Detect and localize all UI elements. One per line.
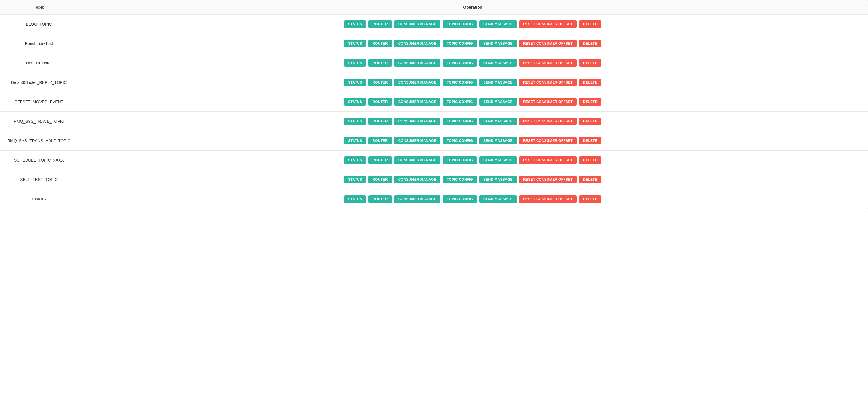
topic-config-button[interactable]: TOPIC CONFIG xyxy=(443,40,477,47)
topics-table-container: Topic Operation BLOG_TOPICSTATUSROUTERCO… xyxy=(0,0,868,209)
reset-consumer-offset-button[interactable]: RESET CONSUMER OFFSET xyxy=(519,157,577,164)
operation-cell: STATUSROUTERCONSUMER MANAGETOPIC CONFIGS… xyxy=(78,150,868,170)
topic-config-button[interactable]: TOPIC CONFIG xyxy=(443,195,477,203)
operation-cell: STATUSROUTERCONSUMER MANAGETOPIC CONFIGS… xyxy=(78,170,868,190)
button-group: STATUSROUTERCONSUMER MANAGETOPIC CONFIGS… xyxy=(85,137,861,144)
topic-name: BLOG_TOPIC xyxy=(0,14,78,34)
router-button[interactable]: ROUTER xyxy=(368,195,392,203)
send-massage-button[interactable]: SEND MASSAGE xyxy=(479,157,517,164)
topics-table: Topic Operation BLOG_TOPICSTATUSROUTERCO… xyxy=(0,0,868,209)
consumer-manage-button[interactable]: CONSUMER MANAGE xyxy=(394,79,440,86)
topic-config-button[interactable]: TOPIC CONFIG xyxy=(443,98,477,106)
status-button[interactable]: STATUS xyxy=(344,176,366,183)
consumer-manage-button[interactable]: CONSUMER MANAGE xyxy=(394,195,440,203)
operation-cell: STATUSROUTERCONSUMER MANAGETOPIC CONFIGS… xyxy=(78,190,868,209)
send-massage-button[interactable]: SEND MASSAGE xyxy=(479,176,517,183)
operation-cell: STATUSROUTERCONSUMER MANAGETOPIC CONFIGS… xyxy=(78,73,868,92)
status-button[interactable]: STATUS xyxy=(344,79,366,86)
topic-config-button[interactable]: TOPIC CONFIG xyxy=(443,137,477,144)
topic-config-button[interactable]: TOPIC CONFIG xyxy=(443,176,477,183)
delete-button[interactable]: DELETE xyxy=(579,40,601,47)
router-button[interactable]: ROUTER xyxy=(368,20,392,28)
delete-button[interactable]: DELETE xyxy=(579,59,601,67)
router-button[interactable]: ROUTER xyxy=(368,157,392,164)
send-massage-button[interactable]: SEND MASSAGE xyxy=(479,98,517,106)
router-button[interactable]: ROUTER xyxy=(368,117,392,125)
button-group: STATUSROUTERCONSUMER MANAGETOPIC CONFIGS… xyxy=(85,98,861,106)
button-group: STATUSROUTERCONSUMER MANAGETOPIC CONFIGS… xyxy=(85,195,861,203)
consumer-manage-button[interactable]: CONSUMER MANAGE xyxy=(394,40,440,47)
send-massage-button[interactable]: SEND MASSAGE xyxy=(479,59,517,67)
delete-button[interactable]: DELETE xyxy=(579,117,601,125)
router-button[interactable]: ROUTER xyxy=(368,98,392,106)
operation-cell: STATUSROUTERCONSUMER MANAGETOPIC CONFIGS… xyxy=(78,54,868,73)
topic-name: BenchmarkTest xyxy=(0,34,78,54)
status-button[interactable]: STATUS xyxy=(344,157,366,164)
operation-cell: STATUSROUTERCONSUMER MANAGETOPIC CONFIGS… xyxy=(78,14,868,34)
consumer-manage-button[interactable]: CONSUMER MANAGE xyxy=(394,20,440,28)
status-button[interactable]: STATUS xyxy=(344,20,366,28)
delete-button[interactable]: DELETE xyxy=(579,157,601,164)
router-button[interactable]: ROUTER xyxy=(368,137,392,144)
send-massage-button[interactable]: SEND MASSAGE xyxy=(479,137,517,144)
operation-cell: STATUSROUTERCONSUMER MANAGETOPIC CONFIGS… xyxy=(78,92,868,112)
topic-name: TBW102 xyxy=(0,190,78,209)
reset-consumer-offset-button[interactable]: RESET CONSUMER OFFSET xyxy=(519,195,577,203)
delete-button[interactable]: DELETE xyxy=(579,79,601,86)
send-massage-button[interactable]: SEND MASSAGE xyxy=(479,195,517,203)
topic-name: SELF_TEST_TOPIC xyxy=(0,170,78,190)
topic-config-button[interactable]: TOPIC CONFIG xyxy=(443,79,477,86)
topic-name: SCHEDULE_TOPIC_XXXX xyxy=(0,150,78,170)
table-row: SCHEDULE_TOPIC_XXXXSTATUSROUTERCONSUMER … xyxy=(0,150,868,170)
router-button[interactable]: ROUTER xyxy=(368,40,392,47)
reset-consumer-offset-button[interactable]: RESET CONSUMER OFFSET xyxy=(519,176,577,183)
topic-config-button[interactable]: TOPIC CONFIG xyxy=(443,157,477,164)
delete-button[interactable]: DELETE xyxy=(579,20,601,28)
router-button[interactable]: ROUTER xyxy=(368,79,392,86)
reset-consumer-offset-button[interactable]: RESET CONSUMER OFFSET xyxy=(519,79,577,86)
button-group: STATUSROUTERCONSUMER MANAGETOPIC CONFIGS… xyxy=(85,20,861,28)
consumer-manage-button[interactable]: CONSUMER MANAGE xyxy=(394,117,440,125)
send-massage-button[interactable]: SEND MASSAGE xyxy=(479,79,517,86)
button-group: STATUSROUTERCONSUMER MANAGETOPIC CONFIGS… xyxy=(85,79,861,86)
router-button[interactable]: ROUTER xyxy=(368,176,392,183)
consumer-manage-button[interactable]: CONSUMER MANAGE xyxy=(394,157,440,164)
status-button[interactable]: STATUS xyxy=(344,117,366,125)
reset-consumer-offset-button[interactable]: RESET CONSUMER OFFSET xyxy=(519,98,577,106)
status-button[interactable]: STATUS xyxy=(344,40,366,47)
status-button[interactable]: STATUS xyxy=(344,195,366,203)
consumer-manage-button[interactable]: CONSUMER MANAGE xyxy=(394,59,440,67)
router-button[interactable]: ROUTER xyxy=(368,59,392,67)
reset-consumer-offset-button[interactable]: RESET CONSUMER OFFSET xyxy=(519,137,577,144)
button-group: STATUSROUTERCONSUMER MANAGETOPIC CONFIGS… xyxy=(85,176,861,183)
topic-column-header: Topic xyxy=(0,0,78,14)
topic-config-button[interactable]: TOPIC CONFIG xyxy=(443,20,477,28)
status-button[interactable]: STATUS xyxy=(344,98,366,106)
table-row: DefaultCluster_REPLY_TOPICSTATUSROUTERCO… xyxy=(0,73,868,92)
delete-button[interactable]: DELETE xyxy=(579,195,601,203)
status-button[interactable]: STATUS xyxy=(344,59,366,67)
reset-consumer-offset-button[interactable]: RESET CONSUMER OFFSET xyxy=(519,20,577,28)
topic-config-button[interactable]: TOPIC CONFIG xyxy=(443,117,477,125)
consumer-manage-button[interactable]: CONSUMER MANAGE xyxy=(394,137,440,144)
consumer-manage-button[interactable]: CONSUMER MANAGE xyxy=(394,176,440,183)
send-massage-button[interactable]: SEND MASSAGE xyxy=(479,20,517,28)
reset-consumer-offset-button[interactable]: RESET CONSUMER OFFSET xyxy=(519,59,577,67)
table-row: SELF_TEST_TOPICSTATUSROUTERCONSUMER MANA… xyxy=(0,170,868,190)
status-button[interactable]: STATUS xyxy=(344,137,366,144)
reset-consumer-offset-button[interactable]: RESET CONSUMER OFFSET xyxy=(519,117,577,125)
delete-button[interactable]: DELETE xyxy=(579,98,601,106)
send-massage-button[interactable]: SEND MASSAGE xyxy=(479,117,517,125)
operation-cell: STATUSROUTERCONSUMER MANAGETOPIC CONFIGS… xyxy=(78,131,868,150)
delete-button[interactable]: DELETE xyxy=(579,137,601,144)
table-header-row: Topic Operation xyxy=(0,0,868,14)
reset-consumer-offset-button[interactable]: RESET CONSUMER OFFSET xyxy=(519,40,577,47)
delete-button[interactable]: DELETE xyxy=(579,176,601,183)
consumer-manage-button[interactable]: CONSUMER MANAGE xyxy=(394,98,440,106)
operation-cell: STATUSROUTERCONSUMER MANAGETOPIC CONFIGS… xyxy=(78,34,868,54)
send-massage-button[interactable]: SEND MASSAGE xyxy=(479,40,517,47)
topic-config-button[interactable]: TOPIC CONFIG xyxy=(443,59,477,67)
table-row: RMQ_SYS_TRACE_TOPICSTATUSROUTERCONSUMER … xyxy=(0,112,868,131)
button-group: STATUSROUTERCONSUMER MANAGETOPIC CONFIGS… xyxy=(85,40,861,47)
table-row: DefaultClusterSTATUSROUTERCONSUMER MANAG… xyxy=(0,54,868,73)
